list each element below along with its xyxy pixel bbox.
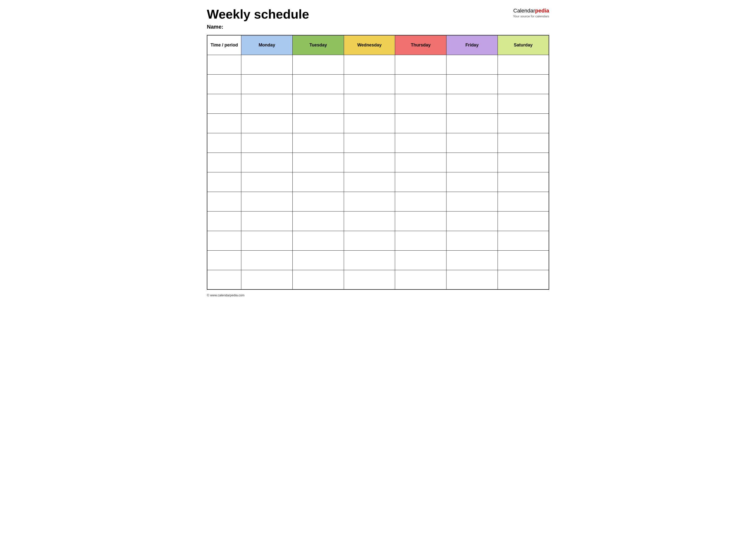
cell-row9-col5[interactable] <box>446 231 498 251</box>
cell-row0-col0[interactable] <box>207 55 241 74</box>
cell-row2-col3[interactable] <box>344 94 395 113</box>
cell-row10-col3[interactable] <box>344 251 395 270</box>
cell-row3-col5[interactable] <box>446 113 498 133</box>
cell-row11-col4[interactable] <box>395 270 446 289</box>
cell-row8-col0[interactable] <box>207 211 241 231</box>
table-row <box>207 231 549 251</box>
cell-row4-col5[interactable] <box>446 133 498 153</box>
cell-row7-col5[interactable] <box>446 192 498 211</box>
cell-row5-col6[interactable] <box>497 153 549 172</box>
cell-row11-col1[interactable] <box>241 270 293 289</box>
cell-row0-col1[interactable] <box>241 55 293 74</box>
cell-row9-col1[interactable] <box>241 231 293 251</box>
cell-row6-col2[interactable] <box>292 172 344 192</box>
table-row <box>207 55 549 74</box>
cell-row8-col6[interactable] <box>497 211 549 231</box>
cell-row6-col3[interactable] <box>344 172 395 192</box>
cell-row1-col4[interactable] <box>395 74 446 94</box>
cell-row9-col6[interactable] <box>497 231 549 251</box>
cell-row5-col3[interactable] <box>344 153 395 172</box>
cell-row0-col4[interactable] <box>395 55 446 74</box>
cell-row8-col3[interactable] <box>344 211 395 231</box>
cell-row7-col2[interactable] <box>292 192 344 211</box>
cell-row11-col5[interactable] <box>446 270 498 289</box>
cell-row11-col2[interactable] <box>292 270 344 289</box>
cell-row10-col0[interactable] <box>207 251 241 270</box>
cell-row1-col5[interactable] <box>446 74 498 94</box>
cell-row3-col2[interactable] <box>292 113 344 133</box>
table-row <box>207 172 549 192</box>
cell-row7-col4[interactable] <box>395 192 446 211</box>
cell-row9-col0[interactable] <box>207 231 241 251</box>
cell-row6-col6[interactable] <box>497 172 549 192</box>
cell-row7-col3[interactable] <box>344 192 395 211</box>
cell-row4-col3[interactable] <box>344 133 395 153</box>
header-area: Weekly schedule Name: Calendarpedia Your… <box>207 7 549 30</box>
cell-row2-col4[interactable] <box>395 94 446 113</box>
cell-row6-col5[interactable] <box>446 172 498 192</box>
cell-row5-col4[interactable] <box>395 153 446 172</box>
table-row <box>207 270 549 289</box>
cell-row3-col3[interactable] <box>344 113 395 133</box>
cell-row7-col6[interactable] <box>497 192 549 211</box>
cell-row4-col4[interactable] <box>395 133 446 153</box>
cell-row0-col3[interactable] <box>344 55 395 74</box>
cell-row5-col5[interactable] <box>446 153 498 172</box>
cell-row6-col0[interactable] <box>207 172 241 192</box>
col-header-friday: Friday <box>446 35 498 55</box>
cell-row3-col6[interactable] <box>497 113 549 133</box>
cell-row8-col2[interactable] <box>292 211 344 231</box>
cell-row10-col2[interactable] <box>292 251 344 270</box>
cell-row1-col0[interactable] <box>207 74 241 94</box>
cell-row2-col6[interactable] <box>497 94 549 113</box>
cell-row7-col0[interactable] <box>207 192 241 211</box>
cell-row11-col3[interactable] <box>344 270 395 289</box>
col-header-tuesday: Tuesday <box>292 35 344 55</box>
cell-row2-col0[interactable] <box>207 94 241 113</box>
cell-row10-col6[interactable] <box>497 251 549 270</box>
cell-row11-col6[interactable] <box>497 270 549 289</box>
cell-row1-col1[interactable] <box>241 74 293 94</box>
cell-row0-col2[interactable] <box>292 55 344 74</box>
logo-calendar: Calendar <box>513 8 535 14</box>
cell-row6-col1[interactable] <box>241 172 293 192</box>
col-header-thursday: Thursday <box>395 35 446 55</box>
cell-row9-col3[interactable] <box>344 231 395 251</box>
cell-row2-col2[interactable] <box>292 94 344 113</box>
table-row <box>207 251 549 270</box>
cell-row2-col5[interactable] <box>446 94 498 113</box>
cell-row5-col2[interactable] <box>292 153 344 172</box>
cell-row10-col4[interactable] <box>395 251 446 270</box>
cell-row6-col4[interactable] <box>395 172 446 192</box>
logo-text: Calendarpedia <box>513 7 549 14</box>
cell-row7-col1[interactable] <box>241 192 293 211</box>
cell-row5-col0[interactable] <box>207 153 241 172</box>
cell-row1-col6[interactable] <box>497 74 549 94</box>
cell-row9-col2[interactable] <box>292 231 344 251</box>
table-row <box>207 74 549 94</box>
cell-row2-col1[interactable] <box>241 94 293 113</box>
cell-row11-col0[interactable] <box>207 270 241 289</box>
cell-row3-col0[interactable] <box>207 113 241 133</box>
col-header-time: Time / period <box>207 35 241 55</box>
cell-row4-col1[interactable] <box>241 133 293 153</box>
cell-row1-col2[interactable] <box>292 74 344 94</box>
cell-row4-col2[interactable] <box>292 133 344 153</box>
cell-row10-col5[interactable] <box>446 251 498 270</box>
cell-row1-col3[interactable] <box>344 74 395 94</box>
cell-row9-col4[interactable] <box>395 231 446 251</box>
cell-row10-col1[interactable] <box>241 251 293 270</box>
cell-row4-col6[interactable] <box>497 133 549 153</box>
cell-row8-col5[interactable] <box>446 211 498 231</box>
cell-row3-col1[interactable] <box>241 113 293 133</box>
cell-row4-col0[interactable] <box>207 133 241 153</box>
cell-row3-col4[interactable] <box>395 113 446 133</box>
cell-row5-col1[interactable] <box>241 153 293 172</box>
cell-row0-col6[interactable] <box>497 55 549 74</box>
cell-row8-col1[interactable] <box>241 211 293 231</box>
cell-row8-col4[interactable] <box>395 211 446 231</box>
cell-row0-col5[interactable] <box>446 55 498 74</box>
table-row <box>207 192 549 211</box>
col-header-saturday: Saturday <box>497 35 549 55</box>
name-label: Name: <box>207 24 513 30</box>
